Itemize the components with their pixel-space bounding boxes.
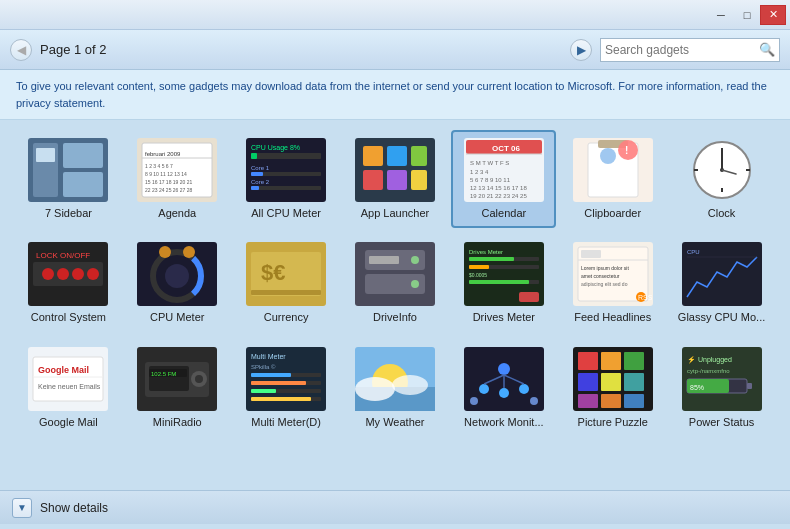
svg-rect-144 bbox=[601, 394, 621, 408]
svg-point-130 bbox=[519, 384, 529, 394]
gadget-label-feed-headlines: Feed Headlines bbox=[574, 310, 651, 324]
svg-point-56 bbox=[57, 268, 69, 280]
gadget-label-control-system: Control System bbox=[31, 310, 106, 324]
svg-rect-3 bbox=[63, 172, 103, 197]
page-label: Page 1 of 2 bbox=[40, 42, 562, 57]
gadget-item-currency[interactable]: $€Currency bbox=[234, 234, 339, 332]
svg-text:85%: 85% bbox=[690, 384, 704, 391]
svg-text:22 23 24 25 26 27 28: 22 23 24 25 26 27 28 bbox=[145, 187, 192, 193]
svg-rect-116 bbox=[251, 381, 306, 385]
gadget-item-clipboarder[interactable]: !Clipboarder bbox=[560, 130, 665, 228]
svg-rect-21 bbox=[251, 186, 321, 190]
gadget-label-all-cpu-meter: All CPU Meter bbox=[251, 206, 321, 220]
gadget-item-driveinfo[interactable]: DriveInfo bbox=[343, 234, 448, 332]
gadget-thumb-currency: $€ bbox=[246, 242, 326, 306]
svg-rect-15 bbox=[251, 153, 321, 159]
gadget-thumb-agenda: februari 20091 2 3 4 5 6 78 9 10 11 12 1… bbox=[137, 138, 217, 202]
svg-rect-151 bbox=[747, 383, 752, 389]
close-button[interactable]: ✕ bbox=[760, 5, 786, 25]
maximize-button[interactable]: □ bbox=[734, 5, 760, 25]
svg-rect-69 bbox=[251, 290, 321, 295]
svg-text:amet consectetur: amet consectetur bbox=[581, 273, 620, 279]
svg-text:12 13 14 15 16 17 18: 12 13 14 15 16 17 18 bbox=[470, 185, 527, 191]
prev-page-button[interactable]: ◀ bbox=[10, 39, 32, 61]
gadget-item-glassy-cpu[interactable]: CPUGlassy CPU Mo... bbox=[669, 234, 774, 332]
gadget-label-clock: Clock bbox=[708, 206, 736, 220]
gadget-item-agenda[interactable]: februari 20091 2 3 4 5 6 78 9 10 11 12 1… bbox=[125, 130, 230, 228]
gadget-item-power-status[interactable]: ⚡ Unpluggedcytp-/namxmfno85%Power Status bbox=[669, 339, 774, 437]
search-icon[interactable]: 🔍 bbox=[759, 42, 775, 57]
svg-rect-25 bbox=[387, 146, 407, 166]
svg-point-127 bbox=[498, 363, 510, 375]
info-text: To give you relevant content, some gadge… bbox=[16, 80, 767, 109]
svg-rect-79 bbox=[469, 257, 514, 261]
svg-text:⚡ Unplugged: ⚡ Unplugged bbox=[687, 355, 732, 364]
svg-rect-89 bbox=[581, 250, 601, 258]
svg-text:OCT 06: OCT 06 bbox=[492, 144, 521, 153]
gadget-item-picture-puzzle[interactable]: Picture Puzzle bbox=[560, 339, 665, 437]
gadget-label-clipboarder: Clipboarder bbox=[584, 206, 641, 220]
next-page-button[interactable]: ▶ bbox=[570, 39, 592, 61]
svg-point-128 bbox=[479, 384, 489, 394]
minimize-button[interactable]: ─ bbox=[708, 5, 734, 25]
gadget-item-calendar[interactable]: OCT 06S M T W T F S 1 2 3 45 6 7 8 9 10 … bbox=[451, 130, 556, 228]
gadget-thumb-drives-meter: Drives Meter$0.0005 bbox=[464, 242, 544, 306]
gadget-item-cpu-meter[interactable]: CPU Meter bbox=[125, 234, 230, 332]
svg-point-135 bbox=[530, 397, 538, 405]
svg-text:cytp-/namxmfno: cytp-/namxmfno bbox=[687, 368, 730, 374]
gadget-label-miniradio: MiniRadio bbox=[153, 415, 202, 429]
svg-rect-138 bbox=[601, 352, 621, 370]
gadget-thumb-picture-puzzle bbox=[573, 347, 653, 411]
gadget-item-miniradio[interactable]: 102.5 FMMiniRadio bbox=[125, 339, 230, 437]
info-bar: To give you relevant content, some gadge… bbox=[0, 70, 790, 120]
svg-rect-139 bbox=[624, 352, 644, 370]
gadget-item-multi-meter[interactable]: Multi MeterSPkilla ©Multi Meter(D) bbox=[234, 339, 339, 437]
svg-text:102.5 FM: 102.5 FM bbox=[151, 371, 176, 377]
title-bar: ─ □ ✕ bbox=[0, 0, 790, 30]
gadget-thumb-network-monitor bbox=[464, 347, 544, 411]
svg-rect-137 bbox=[578, 352, 598, 370]
svg-text:Multi Meter: Multi Meter bbox=[251, 353, 286, 360]
svg-rect-120 bbox=[251, 397, 311, 401]
gadget-item-app-launcher[interactable]: App Launcher bbox=[343, 130, 448, 228]
gadget-thumb-driveinfo bbox=[355, 242, 435, 306]
gadget-item-sidebar-7[interactable]: 7 Sidebar bbox=[16, 130, 121, 228]
gadget-label-picture-puzzle: Picture Puzzle bbox=[578, 415, 648, 429]
gadget-item-drives-meter[interactable]: Drives Meter$0.0005Drives Meter bbox=[451, 234, 556, 332]
svg-point-65 bbox=[183, 246, 195, 258]
gadget-thumb-calendar: OCT 06S M T W T F S 1 2 3 45 6 7 8 9 10 … bbox=[464, 138, 544, 202]
svg-rect-118 bbox=[251, 389, 276, 393]
gadget-item-google-mail[interactable]: Google MailKeine neuen EmailsGoogle Mail bbox=[16, 339, 121, 437]
svg-text:SPkilla ©: SPkilla © bbox=[251, 364, 276, 370]
gadget-item-control-system[interactable]: LOCK ON/OFFControl System bbox=[16, 234, 121, 332]
svg-rect-99 bbox=[33, 357, 103, 401]
gadgets-grid: 7 Sidebarfebruari 20091 2 3 4 5 6 78 9 1… bbox=[16, 130, 774, 437]
svg-point-73 bbox=[411, 256, 419, 264]
search-input[interactable] bbox=[605, 43, 759, 57]
gadget-label-google-mail: Google Mail bbox=[39, 415, 98, 429]
gadget-item-feed-headlines[interactable]: Lorem ipsum dolor sitamet consecteturadi… bbox=[560, 234, 665, 332]
svg-rect-2 bbox=[63, 143, 103, 168]
svg-text:8  9 10 11 12 13 14: 8 9 10 11 12 13 14 bbox=[145, 171, 187, 177]
nav-bar: ◀ Page 1 of 2 ▶ 🔍 bbox=[0, 30, 790, 70]
svg-text:$€: $€ bbox=[261, 260, 285, 285]
svg-text:Drives Meter: Drives Meter bbox=[469, 249, 503, 255]
svg-point-107 bbox=[195, 375, 203, 383]
svg-text:1  2  3  4  5  6  7: 1 2 3 4 5 6 7 bbox=[145, 163, 173, 169]
gadget-label-agenda: Agenda bbox=[158, 206, 196, 220]
svg-point-74 bbox=[411, 280, 419, 288]
gadget-item-all-cpu-meter[interactable]: CPU Usage 8%Core 1Core 2All CPU Meter bbox=[234, 130, 339, 228]
svg-text:RSS: RSS bbox=[638, 294, 653, 301]
show-details-button[interactable]: ▼ Show details bbox=[0, 490, 790, 524]
svg-text:LOCK ON/OFF: LOCK ON/OFF bbox=[36, 251, 90, 260]
svg-text:CPU: CPU bbox=[687, 249, 700, 255]
gadget-label-currency: Currency bbox=[264, 310, 309, 324]
gadget-item-clock[interactable]: Clock bbox=[669, 130, 774, 228]
gadget-thumb-power-status: ⚡ Unpluggedcytp-/namxmfno85% bbox=[682, 347, 762, 411]
gadget-thumb-feed-headlines: Lorem ipsum dolor sitamet consecteturadi… bbox=[573, 242, 653, 306]
gadget-item-my-weather[interactable]: My Weather bbox=[343, 339, 448, 437]
search-box: 🔍 bbox=[600, 38, 780, 62]
svg-rect-26 bbox=[411, 146, 427, 166]
gadget-item-network-monitor[interactable]: Network Monit... bbox=[451, 339, 556, 437]
gadget-thumb-all-cpu-meter: CPU Usage 8%Core 1Core 2 bbox=[246, 138, 326, 202]
